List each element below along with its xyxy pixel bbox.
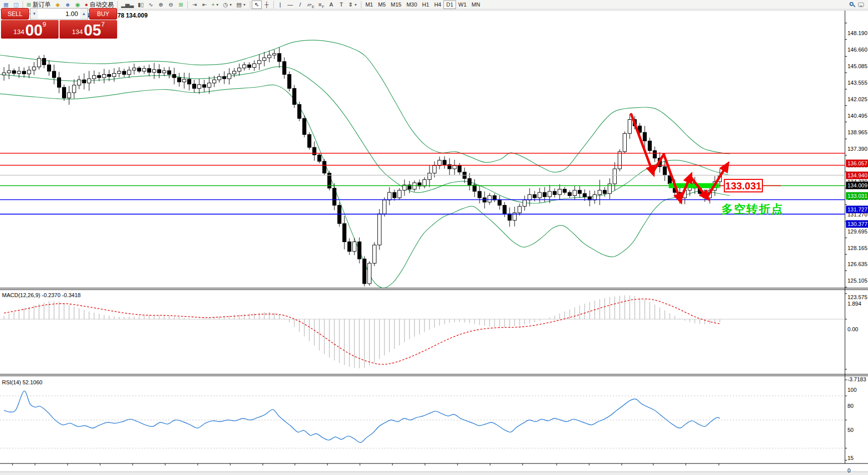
price-badge: 131.727 [846,206,868,213]
new-order-button[interactable]: ⊞新订单 [25,1,53,9]
bar-chart-icon-glyph: ▂▅▃ [121,2,134,8]
sell-price-panel[interactable]: 134 00 9 [1,20,59,39]
axis-label: 80 [847,403,853,409]
axis-label: 145.085 [847,63,867,69]
candlestick-chart-icon[interactable]: ▮▯ [136,1,146,9]
sep6 [361,1,361,9]
crosshair-glyph: ┼ [265,2,269,8]
dropdown-arrow-icon[interactable]: ▼ [354,3,357,7]
arrows-tool[interactable]: ⇕▼ [346,1,359,9]
zoom-in-icon[interactable]: ⊕ [156,1,166,9]
tile-windows-icon-glyph: ⊞ [179,2,183,8]
axis-label: 0.00 [847,326,858,332]
templates-icon-glyph: ▤ [236,2,241,8]
sell-button[interactable]: SELL [1,8,29,20]
sep2 [117,1,118,9]
axis-label: 0 [847,467,850,473]
crosshair-tool[interactable]: ┼ [262,1,272,9]
bar-chart-icon[interactable]: ▂▅▃ [119,1,136,9]
macd-pane-title: MACD(12,26,9) -0.2370 -0.3418 [2,292,81,298]
periods-icon[interactable]: ◷▼ [221,1,235,9]
timeframe-d1-button[interactable]: D1 [444,1,456,9]
buy-button[interactable]: BUY [89,8,117,20]
timeframe-w1-button[interactable]: W1 [456,1,470,9]
add-indicator-icon[interactable]: +▼ [209,1,221,9]
axis-label: 129.695 [847,228,867,234]
sep4 [250,1,250,9]
auto-scroll-icon[interactable]: ⇤ [199,1,209,9]
tile-windows-icon[interactable]: ⊞ [176,1,186,9]
auto-trading-button-label: 自动交易 [90,1,114,9]
buy-price-pip: 7 [101,21,105,28]
dropdown-arrow-icon[interactable]: ▼ [229,3,232,7]
text-label-tool[interactable]: T [336,1,346,9]
add-indicator-icon-glyph: + [211,2,214,8]
turning-point-note[interactable]: 多空转折点 [721,201,784,217]
line-chart-icon[interactable]: ∿ [146,1,156,9]
timeframe-mn-button[interactable]: MN [469,1,483,9]
signals-icon[interactable]: ◉ [73,1,83,9]
buy-price-base: 134 [72,27,83,38]
sell-price-pip: 9 [43,21,46,28]
axis-ticks [13,23,847,465]
equidistant-channel-tool[interactable]: ▱E [305,1,316,9]
text-tool[interactable]: A [326,1,336,9]
buy-price-panel[interactable]: 134 05 7 [60,20,117,39]
chart-shift-icon-glyph: ⇥ [192,2,197,8]
volume-increase-button[interactable]: ▲ [80,9,88,19]
price-badge: 136.057 [846,159,868,167]
dropdown-arrow-icon[interactable]: ▼ [216,3,219,7]
axis-label: -3.7183 [847,376,866,382]
axis-label: 142.025 [847,96,867,102]
zoom-out-icon-glyph: ⊖ [169,2,173,8]
trendline-glyph: / [299,2,301,8]
timeframe-m5-button[interactable]: M5 [375,1,388,9]
zoom-out-icon[interactable]: ⊖ [166,1,176,9]
mt4-window: ▦◫⊞新订单◆☻◉●自动交易▂▅▃▮▯∿⊕⊖⊞⇥⇤+▼◷▼▤▼⇖┼|—/▱E≡F… [0,0,868,475]
axis-label: 1.894 [847,301,861,307]
chart-shift-icon[interactable]: ⇥ [189,1,199,9]
market-watch-icon-glyph: ▦ [4,2,9,8]
main-toolbar: ▦◫⊞新订单◆☻◉●自动交易▂▅▃▮▯∿⊕⊖⊞⇥⇤+▼◷▼▤▼⇖┼|—/▱E≡F… [0,0,868,10]
auto-trading-glyph: ● [85,2,88,8]
vertical-line-tool[interactable]: | [275,1,285,9]
chart-canvas[interactable] [0,10,868,475]
axis-label: 123.575 [847,294,867,300]
timeframe-h4-button[interactable]: H4 [431,1,444,9]
sell-price-base: 134 [14,27,25,38]
community-chat-icon[interactable] [858,3,864,7]
volume-input[interactable]: 1.00 [38,9,80,19]
axis-label: 100 [847,387,856,393]
cursor-glyph: ⇖ [254,2,259,8]
horizontal-line-tool[interactable]: — [285,1,295,9]
timeframe-m15-button[interactable]: M15 [388,1,404,9]
price-badge: 134.940 [846,171,868,179]
axis-label: 143.555 [847,80,867,86]
text-glyph: A [329,2,333,8]
rsi-indicator [0,391,845,448]
auto-scroll-icon-glyph: ⇤ [202,2,207,8]
timeframe-h1-button[interactable]: H1 [419,1,431,9]
price-callout-label[interactable]: 133.031 [724,179,763,192]
trendline-tool[interactable]: / [295,1,305,9]
sep5 [273,1,274,9]
timeframe-m30-button[interactable]: M30 [404,1,419,9]
auto-trading-button[interactable]: ●自动交易 [83,1,116,9]
axis-label: 140.495 [847,113,867,119]
timeframe-m1-button[interactable]: M1 [363,1,375,9]
search-icon[interactable] [849,2,855,8]
rsi-pane-title: RSI(14) 52.1060 [2,379,43,385]
one-click-trading-panel: SELL ▼ 1.00 ▲ BUY 134 00 9 134 05 7 [1,8,117,39]
expert-advisors-icon[interactable]: ☻ [63,1,73,9]
chart-window[interactable]: ▲GBPJPY-,Daily 133.813 134.690 133.778 1… [0,10,868,471]
data-window-icon[interactable]: ◫ [11,1,21,9]
cursor-tool[interactable]: ⇖ [252,1,262,9]
templates-icon[interactable]: ▤▼ [234,1,248,9]
deposit-icon[interactable]: ◆ [53,1,63,9]
fibonacci-tool[interactable]: ≡F [316,1,326,9]
volume-decrease-button[interactable]: ▼ [31,9,38,19]
market-watch-icon[interactable]: ▦ [1,1,11,9]
axis-label: 146.660 [847,47,867,53]
dropdown-arrow-icon[interactable]: ▼ [243,3,246,7]
new-order-glyph: ⊞ [27,2,31,8]
